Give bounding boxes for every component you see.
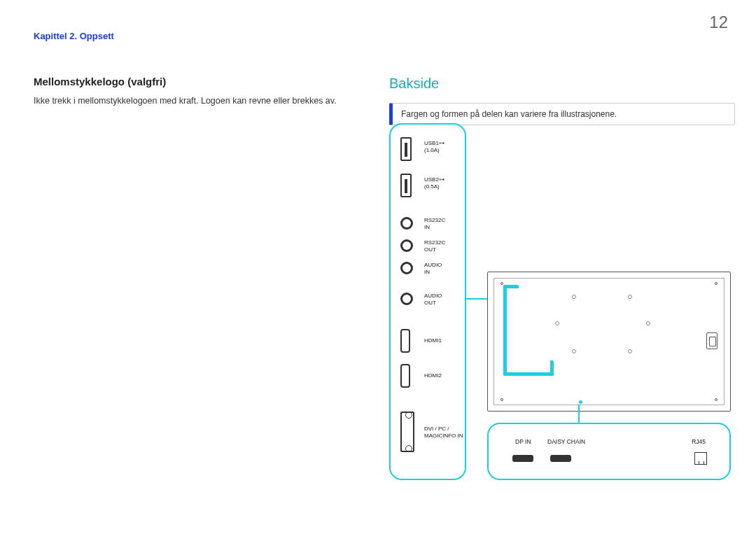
page-number: 12: [709, 13, 728, 32]
power-socket-icon: [706, 332, 718, 349]
port-highlight-dot: [579, 400, 582, 404]
usb1-port-icon: [400, 137, 412, 161]
right-heading: Bakside: [389, 76, 735, 92]
audio-out-label: AUDIOOUT: [424, 293, 442, 306]
left-body: Ikke trekk i mellomstykkelogoen med kraf…: [34, 94, 356, 108]
usb2-label: USB2 ⊶ (0.5A): [424, 176, 444, 190]
audio-in-label: AUDIOIN: [424, 262, 442, 275]
rs232c-in-jack-icon: [400, 217, 413, 230]
info-note: Fargen og formen på delen kan variere fr…: [389, 103, 735, 125]
usb-icon: ⊶: [439, 176, 444, 183]
rear-diagram: USB1 ⊶ (1.0A) USB2 ⊶ (0.5A) RS232CIN RS2…: [389, 123, 735, 487]
rj45-port-icon: [694, 452, 707, 465]
dvi-port-icon: [400, 412, 414, 452]
daisy-chain-port-icon: [550, 455, 571, 462]
usb-icon: ⊶: [439, 140, 444, 147]
hdmi2-port-icon: [400, 364, 410, 388]
usb1-text: USB1: [424, 140, 439, 146]
audio-in-jack-icon: [400, 262, 413, 274]
dp-in-label: DP IN: [515, 438, 531, 445]
rs232c-out-jack-icon: [400, 239, 413, 252]
usb2-port-icon: [400, 174, 412, 197]
port-panel: USB1 ⊶ (1.0A) USB2 ⊶ (0.5A) RS232CIN RS2…: [389, 123, 466, 480]
monitor-rear-icon: [487, 272, 731, 412]
leader-line: [578, 405, 580, 423]
left-section: Mellomstykkelogo (valgfri) Ikke trekk i …: [34, 76, 356, 108]
dp-in-port-icon: [512, 455, 533, 462]
port-highlight: [503, 360, 554, 376]
usb1-label: USB1 ⊶ (1.0A): [424, 140, 444, 153]
usb2-amp: (0.5A): [424, 183, 440, 190]
usb1-amp: (1.0A): [424, 147, 440, 153]
daisy-chain-label: DAISY CHAIN: [547, 438, 585, 445]
left-subheading: Mellomstykkelogo (valgfri): [34, 76, 356, 87]
monitor-inner: [493, 278, 724, 405]
rj45-label: RJ45: [692, 438, 706, 445]
bottom-port-bar: DP IN DAISY CHAIN RJ45: [487, 423, 731, 480]
rs232c-out-label: RS232COUT: [424, 239, 445, 253]
hdmi1-label: HDMI1: [424, 337, 442, 344]
hdmi2-label: HDMI2: [424, 372, 442, 379]
dvi-label: DVI / PC / MAGICINFO IN: [424, 426, 463, 439]
rs232c-in-label: RS232CIN: [424, 217, 445, 230]
chapter-title: Kapittel 2. Oppsett: [34, 31, 114, 41]
hdmi1-port-icon: [400, 329, 410, 353]
usb2-text: USB2: [424, 176, 439, 183]
audio-out-jack-icon: [400, 293, 413, 305]
